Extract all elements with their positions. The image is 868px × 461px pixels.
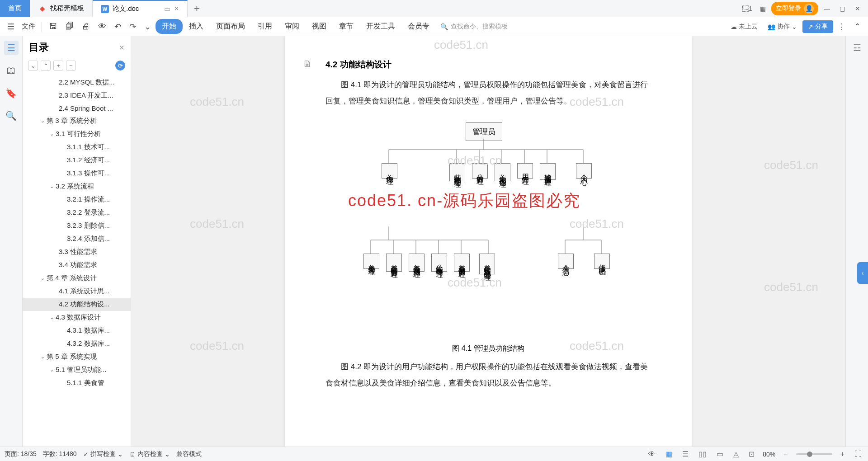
chevron-down-icon[interactable]: ⌄ bbox=[141, 19, 155, 34]
tab-document[interactable]: W 论文.doc ▭ × bbox=[93, 0, 188, 17]
menu-6[interactable]: 章节 bbox=[333, 19, 360, 34]
more-icon[interactable]: ⋮ bbox=[834, 19, 849, 34]
menu-4[interactable]: 审阅 bbox=[278, 19, 306, 34]
menu-0[interactable]: 开始 bbox=[156, 19, 183, 34]
bookmark-icon[interactable]: 🕮 bbox=[4, 63, 19, 78]
tree-item[interactable]: 3.2.4 添加信... bbox=[23, 232, 131, 245]
collab-label: 协作 bbox=[777, 23, 790, 31]
document-area[interactable]: code51.cn code51.cn code51.cn code51.cn … bbox=[131, 36, 845, 447]
outline-icon[interactable]: ☰ bbox=[4, 41, 19, 55]
tree-item[interactable]: 4.2 功能结构设... bbox=[23, 298, 131, 311]
tree-item[interactable]: 3.1.2 经济可... bbox=[23, 154, 131, 167]
collapse-all-icon[interactable]: ⌄ bbox=[28, 61, 38, 71]
paragraph: 图 4.1 即为设计的管理员功能结构，管理员权限操作的功能包括管理美食，对美食留… bbox=[326, 77, 651, 109]
tree-item[interactable]: 4.1 系统设计思... bbox=[23, 285, 131, 298]
tools-icon[interactable]: ◬ bbox=[731, 450, 741, 458]
minimize-icon[interactable]: — bbox=[820, 2, 834, 15]
zoom-in-icon[interactable]: + bbox=[839, 450, 846, 458]
print-icon[interactable]: 🖨 bbox=[78, 19, 94, 34]
cloud-label: 未上云 bbox=[739, 23, 758, 31]
expand-all-icon[interactable]: ⌃ bbox=[41, 61, 51, 71]
tree-item[interactable]: ⌄第 4 章 系统设计 bbox=[23, 272, 131, 285]
tree-item[interactable]: 3.2.2 登录流... bbox=[23, 206, 131, 219]
menu-7[interactable]: 开发工具 bbox=[360, 19, 401, 34]
page-indicator[interactable]: 页面: 18/35 bbox=[5, 450, 37, 458]
file-menu[interactable]: 文件 bbox=[19, 22, 38, 31]
maximize-icon[interactable]: ▢ bbox=[835, 2, 849, 15]
close-icon[interactable]: × bbox=[174, 4, 179, 14]
compat-mode[interactable]: 兼容模式 bbox=[176, 450, 202, 458]
panel-icon[interactable]: ☲ bbox=[850, 41, 864, 55]
ribbon-icon[interactable]: 🔖 bbox=[4, 86, 19, 100]
tab-label: 论文.doc bbox=[113, 5, 139, 13]
collab-button[interactable]: 👥 协作 ⌄ bbox=[763, 23, 802, 31]
zoom-slider[interactable] bbox=[796, 453, 832, 455]
tree-item[interactable]: 3.3 性能需求 bbox=[23, 245, 131, 259]
sync-icon[interactable]: ⟳ bbox=[115, 61, 125, 71]
redo-icon[interactable]: ↷ bbox=[126, 19, 140, 34]
tree-item[interactable]: ⌄3.2 系统流程 bbox=[23, 180, 131, 193]
tree-item[interactable]: ⌄第 5 章 系统实现 bbox=[23, 350, 131, 363]
add-icon[interactable]: + bbox=[53, 61, 63, 71]
close-icon[interactable]: × bbox=[119, 42, 124, 53]
tree-item[interactable]: 4.3.1 数据库... bbox=[23, 324, 131, 337]
menu-5[interactable]: 视图 bbox=[306, 19, 333, 34]
save-icon[interactable]: 🖫 bbox=[46, 19, 61, 34]
tree-item[interactable]: ⌄4.3 数据库设计 bbox=[23, 311, 131, 324]
tree-item[interactable]: 3.2.1 操作流... bbox=[23, 193, 131, 206]
user-icon: 👥 bbox=[768, 23, 775, 30]
search-input[interactable]: 🔍 查找命令、搜索模板 bbox=[437, 23, 527, 31]
tree-item[interactable]: ⌄第 3 章 系统分析 bbox=[23, 114, 131, 127]
watermark: code51.cn bbox=[764, 158, 818, 172]
zoom-fit-icon[interactable]: ⊡ bbox=[747, 450, 756, 458]
save-as-icon[interactable]: 🗐 bbox=[62, 19, 77, 34]
tree-item[interactable]: ⌄5.1 管理员功能... bbox=[23, 363, 131, 376]
close-window-icon[interactable]: ✕ bbox=[851, 2, 864, 15]
view-outline-icon[interactable]: ☰ bbox=[680, 450, 690, 458]
zoom-level[interactable]: 80% bbox=[763, 451, 775, 458]
tree-item[interactable]: 2.2 MYSQL 数据... bbox=[23, 76, 131, 89]
tree-item[interactable]: 3.4 功能需求 bbox=[23, 259, 131, 272]
tree-item[interactable]: 2.3 IDEA 开发工... bbox=[23, 89, 131, 102]
undo-icon[interactable]: ↶ bbox=[111, 19, 125, 34]
menu-icon[interactable]: ☰ bbox=[4, 19, 18, 34]
tree-item[interactable]: 3.1.1 技术可... bbox=[23, 141, 131, 154]
view-page-icon[interactable]: ▦ bbox=[664, 450, 674, 458]
tree-item[interactable]: 4.3.2 数据库... bbox=[23, 337, 131, 350]
remove-icon[interactable]: − bbox=[66, 61, 76, 71]
fullscreen-icon[interactable]: ⛶ bbox=[853, 450, 863, 458]
menu-2[interactable]: 页面布局 bbox=[210, 19, 251, 34]
collapse-icon[interactable]: ⌃ bbox=[850, 19, 864, 34]
menu-3[interactable]: 引用 bbox=[251, 19, 278, 34]
tree-label: 2.4 Spring Boot ... bbox=[59, 104, 113, 112]
tab-home[interactable]: 首页 bbox=[0, 0, 30, 17]
spell-check[interactable]: ✓拼写检查 ⌄ bbox=[83, 450, 123, 458]
apps-icon[interactable]: ▦ bbox=[756, 2, 769, 15]
edge-tab[interactable]: ‹ bbox=[857, 262, 868, 284]
tree-item[interactable]: ⌄3.1 可行性分析 bbox=[23, 127, 131, 141]
watermark: code51.cn bbox=[190, 217, 244, 231]
share-button[interactable]: ↗ 分享 bbox=[802, 20, 833, 33]
tree-item[interactable]: 5.1.1 美食管 bbox=[23, 376, 131, 390]
content-check[interactable]: 🗎内容检查 ⌄ bbox=[129, 450, 170, 458]
search-rail-icon[interactable]: 🔍 bbox=[4, 108, 19, 123]
page-icon[interactable]: 🗎 bbox=[303, 59, 312, 69]
view-web-icon[interactable]: ▭ bbox=[715, 450, 725, 458]
new-tab-button[interactable]: + bbox=[188, 3, 206, 14]
tree-item[interactable]: 2.4 Spring Boot ... bbox=[23, 102, 131, 114]
layout-icon[interactable]: ⿺1 bbox=[741, 2, 754, 15]
zoom-out-icon[interactable]: − bbox=[782, 450, 789, 458]
menu-1[interactable]: 插入 bbox=[183, 19, 210, 34]
tree-item[interactable]: 3.2.3 删除信... bbox=[23, 219, 131, 232]
cloud-status[interactable]: ☁ 未上云 bbox=[726, 23, 762, 31]
tab-layout-icon[interactable]: ▭ bbox=[164, 5, 170, 13]
word-count[interactable]: 字数: 11480 bbox=[43, 450, 77, 458]
preview-icon[interactable]: 👁 bbox=[94, 19, 110, 34]
login-button[interactable]: 立即登录 👤 bbox=[771, 2, 818, 15]
menu-8[interactable]: 会员专 bbox=[401, 19, 436, 34]
diagram-node: 个人中心 bbox=[576, 163, 592, 179]
tab-template[interactable]: ◆ 找稻壳模板 bbox=[30, 0, 93, 17]
tree-item[interactable]: 3.1.3 操作可... bbox=[23, 167, 131, 180]
eye-icon[interactable]: 👁 bbox=[646, 450, 657, 458]
view-read-icon[interactable]: ▯▯ bbox=[697, 450, 708, 458]
